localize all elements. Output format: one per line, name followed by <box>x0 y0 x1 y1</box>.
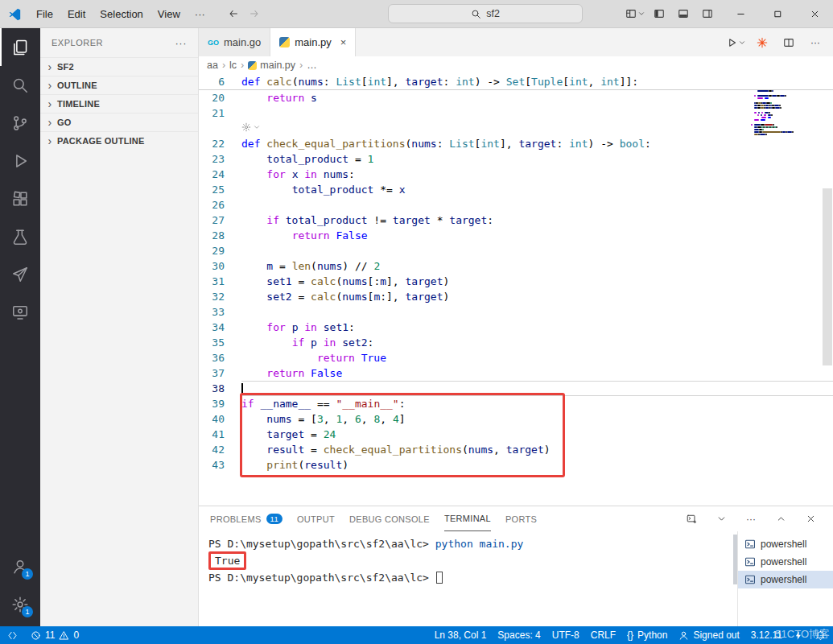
editor-scrollbar[interactable] <box>823 188 832 365</box>
code-line[interactable]: total_product = 1 <box>241 151 833 167</box>
terminal-list-item[interactable]: powershell <box>738 553 833 571</box>
code-line[interactable] <box>241 304 833 320</box>
line-number[interactable] <box>199 121 241 136</box>
line-number[interactable]: 38 <box>199 381 241 396</box>
line-number[interactable]: 28 <box>199 228 241 243</box>
remote-indicator[interactable] <box>0 626 25 644</box>
activity-remote-explorer[interactable] <box>0 293 40 331</box>
line-number[interactable]: 39 <box>199 396 241 411</box>
line-number[interactable]: 20 <box>199 90 241 105</box>
line-number[interactable]: 40 <box>199 411 241 427</box>
status-crlf[interactable]: CRLF <box>585 626 621 644</box>
line-number[interactable]: 32 <box>199 289 241 304</box>
activity-testing[interactable] <box>0 217 40 255</box>
terminal-list-item[interactable]: powershell <box>738 535 833 553</box>
layout-sidebar-left-button[interactable] <box>648 3 670 24</box>
activity-run-debug[interactable] <box>0 142 40 180</box>
menu-view[interactable]: View <box>151 4 188 23</box>
line-number[interactable]: 29 <box>199 243 241 258</box>
section-go[interactable]: ›GO <box>40 113 198 131</box>
panel-tab-output[interactable]: OUTPUT <box>297 506 335 531</box>
code-line[interactable] <box>241 197 833 213</box>
status-signed-out[interactable]: Signed out <box>673 626 744 644</box>
code-line[interactable]: if total_product != target * target: <box>241 213 833 228</box>
more-button[interactable]: ··· <box>740 509 762 530</box>
section-timeline[interactable]: ›TIMELINE <box>40 94 198 113</box>
code-line[interactable]: print(result) <box>241 457 833 473</box>
section-package-outline[interactable]: ›PACKAGE OUTLINE <box>40 131 198 150</box>
line-number[interactable]: 26 <box>199 197 241 213</box>
tab-main-go[interactable]: GOmain.go <box>199 28 270 56</box>
sticky-scroll-row[interactable]: 6def calc(nums: List[int], target: int) … <box>199 74 833 90</box>
code-line[interactable]: for p in set1: <box>241 320 833 335</box>
breadcrumb-item[interactable]: aa <box>207 60 218 71</box>
line-number[interactable]: 21 <box>199 105 241 121</box>
menu-file[interactable]: File <box>29 4 60 23</box>
menu-more-button[interactable]: ··· <box>188 4 212 23</box>
breadcrumb-item[interactable]: main.py <box>248 60 295 71</box>
activity-explorer[interactable] <box>0 28 40 66</box>
close-icon[interactable]: × <box>340 36 347 48</box>
activity-search[interactable] <box>0 66 40 104</box>
line-number[interactable]: 30 <box>199 258 241 274</box>
code-line[interactable]: for x in nums: <box>241 167 833 182</box>
code-line[interactable] <box>241 381 833 396</box>
status-utf-8[interactable]: UTF-8 <box>546 626 585 644</box>
code-line[interactable]: return s <box>241 90 833 105</box>
breadcrumb-item[interactable]: lc <box>229 60 237 71</box>
code-line[interactable]: return False <box>241 228 833 243</box>
code-line[interactable]: return False <box>241 365 833 381</box>
close-button[interactable] <box>799 509 822 530</box>
line-number[interactable]: 37 <box>199 365 241 381</box>
terminal-list-item[interactable]: powershell <box>738 571 833 588</box>
problems-status[interactable]: 110 <box>25 626 85 644</box>
line-number[interactable]: 33 <box>199 304 241 320</box>
line-number[interactable]: 25 <box>199 182 241 197</box>
code-line[interactable]: set2 = calc(nums[m:], target) <box>241 289 833 304</box>
back-button[interactable] <box>224 4 243 23</box>
section-outline[interactable]: ›OUTLINE <box>40 76 198 94</box>
sidebar-more-button[interactable]: ··· <box>175 37 188 49</box>
code-line[interactable]: result = check_equal_partitions(nums, ta… <box>241 442 833 457</box>
line-number[interactable]: 41 <box>199 427 241 442</box>
code-line[interactable]: set1 = calc(nums[:m], target) <box>241 274 833 289</box>
panel-tab-debug-console[interactable]: DEBUG CONSOLE <box>349 506 430 531</box>
code-line[interactable]: target = 24 <box>241 427 833 442</box>
code-line[interactable] <box>241 121 833 136</box>
line-number[interactable]: 22 <box>199 136 241 151</box>
minimize-button[interactable] <box>722 0 759 28</box>
layout-sidebar-right-button[interactable] <box>696 3 719 24</box>
code-line[interactable]: def check_equal_partitions(nums: List[in… <box>241 136 833 151</box>
code-line[interactable] <box>241 105 833 121</box>
code-line[interactable]: nums = [3, 1, 6, 8, 4] <box>241 411 833 427</box>
activity-accounts[interactable]: 1 <box>0 547 40 585</box>
close-button[interactable] <box>796 0 833 28</box>
activity-publish[interactable] <box>0 255 40 293</box>
code-line[interactable]: return True <box>241 350 833 365</box>
line-number[interactable]: 24 <box>199 167 241 182</box>
status-spaces-4[interactable]: Spaces: 4 <box>492 626 546 644</box>
chevron-up-button[interactable] <box>769 509 792 530</box>
menu-selection[interactable]: Selection <box>93 4 150 23</box>
status-bell[interactable] <box>810 626 831 644</box>
layout-customize-button[interactable] <box>624 3 646 24</box>
line-number[interactable]: 27 <box>199 213 241 228</box>
line-number[interactable]: 31 <box>199 274 241 289</box>
panel-tab-ports[interactable]: PORTS <box>505 506 537 531</box>
status-lightning[interactable] <box>788 626 810 644</box>
status-ln-38-col-1[interactable]: Ln 38, Col 1 <box>429 626 493 644</box>
maximize-button[interactable] <box>759 0 796 28</box>
tab-main-py[interactable]: main.py× <box>270 28 356 56</box>
more-button[interactable]: ··· <box>804 32 827 53</box>
command-center-search[interactable]: sf2 <box>388 4 583 23</box>
line-number[interactable]: 6 <box>199 74 241 89</box>
code-area[interactable]: 6def calc(nums: List[int], target: int) … <box>199 74 833 506</box>
line-number[interactable]: 36 <box>199 350 241 365</box>
line-number[interactable]: 42 <box>199 442 241 457</box>
section-sf2[interactable]: ›SF2 <box>40 57 198 76</box>
panel-tab-terminal[interactable]: TERMINAL <box>444 506 491 531</box>
split-button[interactable] <box>777 32 800 53</box>
code-line[interactable]: m = len(nums) // 2 <box>241 258 833 274</box>
panel-tab-problems[interactable]: PROBLEMS11 <box>210 506 282 531</box>
line-number[interactable]: 34 <box>199 320 241 335</box>
